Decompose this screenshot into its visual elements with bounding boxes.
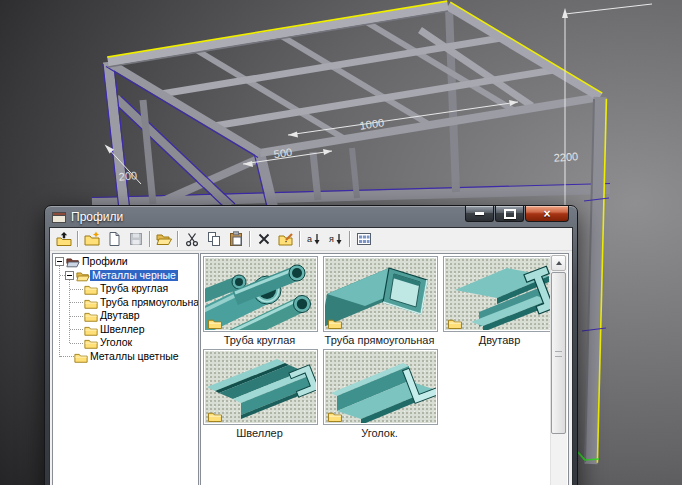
thumbnail-truba-pryamougolnaya[interactable]: Труба прямоугольная: [323, 256, 438, 346]
open-button[interactable]: [153, 229, 175, 249]
svg-text:я: я: [329, 234, 334, 244]
svg-text:а: а: [307, 234, 312, 244]
folder-icon: [84, 283, 98, 295]
thumbnail-caption: Двутавр: [443, 334, 556, 346]
tree-item-label: Труба круглая: [98, 283, 170, 294]
thumbnail-caption: Уголок.: [323, 427, 436, 439]
dialog-icon: [52, 211, 66, 223]
thumbnail-truba-kruglaya[interactable]: Труба круглая: [203, 256, 318, 346]
save-icon: [128, 231, 144, 247]
thumbnail-caption: Труба прямоугольная: [323, 334, 436, 346]
sort-descending-button[interactable]: я: [325, 229, 347, 249]
dialog-titlebar[interactable]: Профили ×: [45, 206, 577, 227]
folder-badge-icon: [327, 317, 343, 329]
dialog-title: Профили: [71, 210, 123, 224]
thumbnail-caption: Труба круглая: [203, 334, 316, 346]
toolbar-separator: [299, 231, 301, 247]
close-icon: ×: [543, 209, 550, 219]
tree-item-metally-tsvetnye[interactable]: Металлы цветные: [53, 350, 198, 364]
scrollbar-thumb[interactable]: [551, 272, 566, 434]
thumbnail-dvutavr[interactable]: Двутавр: [443, 256, 558, 346]
tree-item-dvutavr[interactable]: Двутавр: [53, 309, 198, 323]
dimension-label-2200: 2200: [553, 150, 578, 164]
tree-item-label: Металлы цветные: [88, 351, 181, 362]
toolbar-separator: [249, 231, 251, 247]
new-document-button[interactable]: [103, 229, 125, 249]
tree-item-label: Двутавр: [98, 310, 142, 321]
paste-icon: [228, 231, 244, 247]
new-document-icon: [106, 231, 122, 247]
create-folder-button[interactable]: [81, 229, 103, 249]
toolbar-separator: [77, 231, 79, 247]
maximize-icon: [504, 209, 516, 219]
caption-buttons: ×: [465, 206, 569, 222]
delete-icon: [256, 231, 272, 247]
open-folder-icon: [76, 270, 90, 282]
folder-properties-button[interactable]: [275, 229, 297, 249]
sort-descending-icon: я: [328, 231, 344, 247]
tree-item-ugolok[interactable]: Уголок: [53, 336, 198, 350]
tree-item-label: Уголок: [98, 337, 134, 348]
paste-button[interactable]: [225, 229, 247, 249]
maximize-button[interactable]: [495, 206, 524, 222]
dialog-client-area: а я: [49, 227, 573, 485]
tree-expander[interactable]: [65, 271, 74, 280]
delete-button[interactable]: [253, 229, 275, 249]
tree-item-label: Труба прямоугольная: [98, 297, 199, 308]
folder-properties-icon: [278, 231, 294, 247]
cut-icon: [184, 231, 200, 247]
tree-item-profili[interactable]: Профили: [53, 255, 198, 269]
tree-item-metally-chernye[interactable]: Металлы черные: [53, 269, 198, 283]
up-one-level-button[interactable]: [53, 229, 75, 249]
folder-badge-icon: [207, 317, 223, 329]
tree-item-shveller[interactable]: Швеллер: [53, 323, 198, 337]
folder-badge-icon: [327, 410, 343, 422]
folder-icon: [84, 324, 98, 336]
close-button[interactable]: ×: [525, 206, 569, 222]
up-one-level-icon: [56, 231, 72, 247]
cut-button[interactable]: [181, 229, 203, 249]
thumbnail-shveller[interactable]: Швеллер: [203, 349, 318, 439]
folder-icon: [84, 337, 98, 349]
application-window: 200 500 1000 2200 Профили ×: [0, 0, 682, 485]
scrollbar-gripper: [555, 351, 562, 357]
thumbnail-ugolok[interactable]: Уголок.: [323, 349, 438, 439]
minimize-button[interactable]: [465, 206, 494, 222]
copy-icon: [206, 231, 222, 247]
tree-item-truba-pryamougolnaya[interactable]: Труба прямоугольная: [53, 296, 198, 310]
folder-badge-icon: [447, 317, 463, 329]
dimension-label-200: 200: [118, 169, 137, 183]
dimension-label-500: 500: [273, 146, 293, 160]
create-folder-icon: [84, 231, 100, 247]
tree-expander[interactable]: [55, 257, 64, 266]
folder-icon: [84, 310, 98, 322]
folder-badge-icon: [207, 410, 223, 422]
tree-item-label: Швеллер: [98, 324, 147, 335]
scroll-up-button[interactable]: [551, 255, 566, 271]
folder-icon: [84, 297, 98, 309]
tree-item-truba-kruglaya[interactable]: Труба круглая: [53, 282, 198, 296]
open-folder-icon: [156, 231, 172, 247]
profiles-dialog: Профили ×: [44, 205, 578, 485]
tree-item-label-selected: Металлы черные: [90, 270, 178, 281]
toolbar-separator: [177, 231, 179, 247]
tree-item-label: Профили: [80, 256, 130, 267]
sort-ascending-icon: а: [306, 231, 322, 247]
thumbnails-view-button[interactable]: [353, 229, 375, 249]
toolbar: а я: [50, 228, 572, 251]
save-button[interactable]: [125, 229, 147, 249]
profiles-root-icon: [66, 256, 80, 268]
category-tree: Профили Металлы черные Труба круглая Тру…: [52, 253, 199, 485]
profiles-list: Труба круглая Труба прямоугольная: [200, 253, 569, 485]
sort-ascending-button[interactable]: а: [303, 229, 325, 249]
toolbar-separator: [349, 231, 351, 247]
minimize-icon: [475, 212, 484, 215]
copy-button[interactable]: [203, 229, 225, 249]
list-scrollbar[interactable]: [550, 255, 567, 485]
folder-icon: [74, 351, 88, 363]
thumbnail-caption: Швеллер: [203, 427, 316, 439]
toolbar-separator: [149, 231, 151, 247]
thumbnails-view-icon: [356, 231, 372, 247]
scroll-up-icon: [556, 261, 562, 265]
